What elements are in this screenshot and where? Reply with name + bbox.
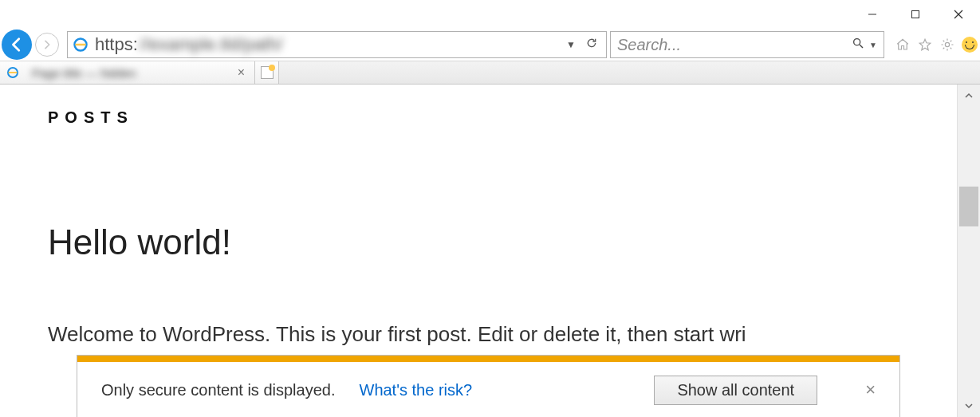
post-body: Welcome to WordPress. This is your first… bbox=[48, 318, 909, 352]
security-notification-bar: Only secure content is displayed. What's… bbox=[77, 355, 900, 417]
tab-bar: Page title — hidden × bbox=[0, 61, 980, 85]
close-icon bbox=[954, 10, 963, 19]
address-protocol: https: bbox=[95, 34, 138, 55]
maximize-icon bbox=[911, 10, 920, 19]
tab-close-button[interactable]: × bbox=[234, 65, 248, 80]
window-titlebar bbox=[0, 0, 980, 29]
forward-button[interactable] bbox=[35, 33, 59, 57]
browser-toolbar: https: //example.tld/path/ ▼ ▼ bbox=[0, 29, 980, 61]
forward-icon bbox=[41, 38, 53, 51]
scroll-down-button[interactable] bbox=[958, 395, 980, 417]
browser-tab-active[interactable]: Page title — hidden × bbox=[0, 61, 255, 84]
chevron-down-icon bbox=[964, 401, 974, 411]
show-all-content-button[interactable]: Show all content bbox=[654, 376, 817, 405]
search-dropdown-icon[interactable]: ▼ bbox=[869, 41, 877, 49]
chevron-up-icon bbox=[964, 91, 974, 100]
section-heading: POSTS bbox=[48, 108, 909, 127]
search-input[interactable] bbox=[617, 36, 852, 54]
post-title[interactable]: Hello world! bbox=[48, 222, 909, 262]
new-tab-icon bbox=[261, 66, 274, 79]
maximize-button[interactable] bbox=[894, 0, 937, 29]
feedback-button[interactable] bbox=[961, 36, 978, 53]
refresh-icon bbox=[585, 37, 598, 49]
svg-line-6 bbox=[860, 45, 863, 48]
svg-point-5 bbox=[854, 39, 860, 45]
star-icon bbox=[918, 37, 932, 52]
address-url-blurred: //example.tld/path/ bbox=[140, 34, 560, 55]
new-tab-button[interactable] bbox=[255, 61, 279, 84]
home-icon bbox=[895, 37, 910, 52]
svg-rect-1 bbox=[912, 11, 919, 18]
svg-point-7 bbox=[945, 42, 949, 46]
security-bar-stripe bbox=[77, 356, 899, 362]
favorites-button[interactable] bbox=[916, 36, 934, 53]
home-button[interactable] bbox=[894, 36, 911, 53]
back-button[interactable] bbox=[2, 30, 32, 60]
whats-the-risk-link[interactable]: What's the risk? bbox=[360, 381, 473, 399]
back-icon bbox=[8, 36, 26, 53]
scrollbar-thumb[interactable] bbox=[959, 187, 978, 226]
minimize-button[interactable] bbox=[851, 0, 894, 29]
refresh-button[interactable] bbox=[582, 37, 601, 53]
tools-button[interactable] bbox=[939, 36, 956, 53]
ie-logo-icon bbox=[73, 37, 89, 53]
gear-icon bbox=[940, 37, 954, 52]
search-button[interactable] bbox=[852, 37, 864, 53]
toolbar-icons bbox=[894, 36, 978, 53]
vertical-scrollbar[interactable] bbox=[957, 85, 980, 417]
address-bar[interactable]: https: //example.tld/path/ ▼ bbox=[67, 31, 607, 58]
search-icon bbox=[852, 37, 864, 49]
close-window-button[interactable] bbox=[937, 0, 980, 29]
address-dropdown-icon[interactable]: ▼ bbox=[560, 39, 582, 50]
security-bar-close-button[interactable]: × bbox=[865, 380, 876, 400]
security-message: Only secure content is displayed. bbox=[101, 381, 336, 399]
tab-favicon-icon bbox=[6, 66, 19, 79]
tab-title-blurred: Page title — hidden bbox=[32, 66, 228, 80]
minimize-icon bbox=[868, 10, 877, 19]
scroll-up-button[interactable] bbox=[958, 85, 980, 107]
smiley-icon bbox=[962, 37, 978, 53]
search-box[interactable]: ▼ bbox=[610, 31, 884, 58]
